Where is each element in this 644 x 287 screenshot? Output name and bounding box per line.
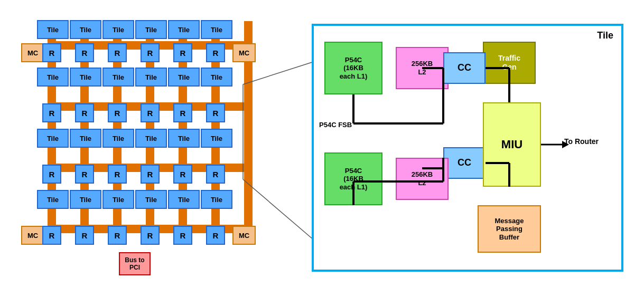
traffic-gen-box: TrafficGen <box>483 42 536 84</box>
mc-box: MC <box>232 43 256 62</box>
tile-box: Tile <box>37 20 69 39</box>
tile-box: Tile <box>70 190 101 209</box>
r-box: R <box>173 103 192 122</box>
mc-box: MC <box>232 226 256 245</box>
r-box: R <box>108 43 127 62</box>
tile-detail-border: Tile P54C(16KBeach L1) 256KBL2 TrafficGe… <box>312 24 623 272</box>
tile-box: Tile <box>201 68 232 87</box>
mc-box: MC <box>21 43 44 62</box>
r-box: R <box>206 226 225 245</box>
r-box: R <box>206 103 225 122</box>
r-box: R <box>108 165 127 184</box>
r-box: R <box>42 165 61 184</box>
fsb-label: P54C FSB <box>319 121 352 129</box>
mc-box: MC <box>21 226 44 245</box>
r-box: R <box>141 165 160 184</box>
tile-box: Tile <box>70 68 101 87</box>
cc-top-box: CC <box>443 52 486 84</box>
r-box: R <box>108 103 127 122</box>
r-box: R <box>206 165 225 184</box>
msg-buffer-box: MessagePassingBuffer <box>478 205 541 253</box>
r-box: R <box>173 226 192 245</box>
l2-top-box: 256KBL2 <box>396 47 449 89</box>
r-box: R <box>206 43 225 62</box>
tile-box: Tile <box>168 20 200 39</box>
tile-box: Tile <box>168 190 200 209</box>
right-diagram: Tile P54C(16KBeach L1) 256KBL2 TrafficGe… <box>312 8 634 277</box>
tile-box: Tile <box>135 68 167 87</box>
r-box: R <box>75 103 94 122</box>
tile-box: Tile <box>201 190 232 209</box>
tile-box: Tile <box>37 68 69 87</box>
l2-bottom-box: 256KBL2 <box>396 158 449 200</box>
tile-box: Tile <box>201 129 232 148</box>
tile-box: Tile <box>168 68 200 87</box>
r-box: R <box>42 226 61 245</box>
r-box: R <box>42 43 61 62</box>
r-box: R <box>108 226 127 245</box>
tile-box: Tile <box>70 20 101 39</box>
r-box: R <box>141 226 160 245</box>
tile-box: Tile <box>102 20 134 39</box>
tile-box: Tile <box>37 129 69 148</box>
r-box: R <box>173 165 192 184</box>
tile-box: Tile <box>135 129 167 148</box>
cc-bottom-box: CC <box>443 147 486 179</box>
r-box: R <box>75 165 94 184</box>
r-box: R <box>75 226 94 245</box>
tile-box: Tile <box>168 129 200 148</box>
bus-pci-box: Bus toPCI <box>119 252 151 275</box>
p54c-bottom-box: P54C(16KBeach L1) <box>324 152 382 205</box>
tile-detail-title: Tile <box>597 30 613 41</box>
p54c-top-box: P54C(16KBeach L1) <box>324 42 382 94</box>
r-box: R <box>173 43 192 62</box>
miu-box: MIU <box>483 102 541 187</box>
tile-box: Tile <box>70 129 101 148</box>
tile-box: Tile <box>201 20 232 39</box>
tile-box: Tile <box>102 190 134 209</box>
tile-box: Tile <box>135 190 167 209</box>
r-box: R <box>141 103 160 122</box>
r-box: R <box>75 43 94 62</box>
left-diagram: Tile Tile Tile Tile Tile Tile MC R R R R… <box>11 5 285 280</box>
tile-box: Tile <box>37 190 69 209</box>
tile-box: Tile <box>135 20 167 39</box>
r-box: R <box>141 43 160 62</box>
tile-box: Tile <box>102 129 134 148</box>
r-box: R <box>42 103 61 122</box>
tile-box: Tile <box>102 68 134 87</box>
grid-container: Tile Tile Tile Tile Tile Tile MC R R R R… <box>21 11 275 264</box>
to-router-label: To Router <box>564 137 599 146</box>
